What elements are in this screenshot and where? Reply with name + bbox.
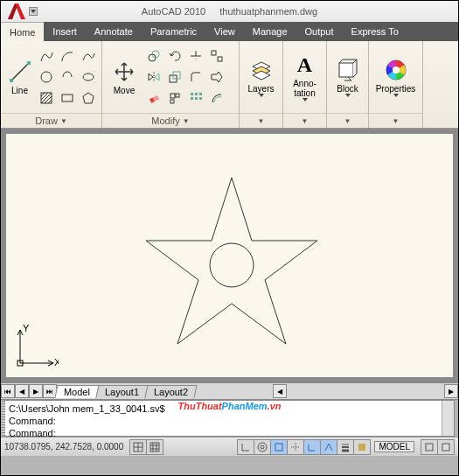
polygon-icon[interactable] [79, 88, 98, 108]
offset-icon[interactable] [207, 88, 226, 108]
svg-marker-7 [83, 93, 94, 103]
ducs-button[interactable] [303, 439, 321, 455]
ortho-button[interactable] [237, 439, 254, 455]
scroll-left[interactable]: ◀ [273, 384, 287, 398]
svg-rect-21 [199, 93, 202, 95]
status-bar: 10738.0795, 242.7528, 0.0000 MODEL [1, 437, 458, 456]
rotate-icon[interactable] [165, 46, 184, 66]
extend-icon[interactable] [207, 46, 226, 66]
panel-layers: Layers ▼ [240, 41, 283, 128]
qp-button[interactable] [353, 439, 371, 455]
ellipse-arc-icon[interactable] [58, 67, 77, 87]
block-button[interactable]: Block [330, 43, 365, 111]
panel-draw: Line Draw▼ [1, 41, 102, 128]
layers-icon [249, 58, 274, 82]
command-prompt: Command: [9, 427, 450, 439]
fillet-icon[interactable] [186, 67, 205, 87]
status-extra-2[interactable] [437, 439, 455, 455]
tab-express[interactable]: Express To [343, 22, 407, 41]
file-name: thuthuatphanmem.dwg [219, 6, 317, 17]
svg-rect-2 [27, 61, 31, 65]
erase-icon[interactable] [144, 88, 163, 108]
grip-icon[interactable] [2, 401, 5, 436]
line-label: Line [11, 86, 28, 95]
mirror-icon[interactable] [144, 67, 163, 87]
svg-point-39 [258, 443, 267, 452]
rectangle-icon[interactable] [58, 88, 77, 108]
panel-layers-drop[interactable]: ▼ [240, 113, 282, 128]
polyline-icon[interactable] [37, 46, 56, 66]
status-extra-1[interactable] [421, 439, 438, 455]
svg-point-3 [41, 72, 52, 82]
osnap-button[interactable] [270, 439, 288, 455]
tab-parametric[interactable]: Parametric [142, 22, 205, 41]
svg-rect-1 [10, 79, 13, 82]
annotation-button[interactable]: A Anno- tation [287, 43, 323, 111]
panel-anno-drop[interactable]: ▼ [283, 113, 326, 128]
svg-rect-25 [339, 63, 353, 77]
command-window[interactable]: C:\Users\John mem_1_33_0041.sv$ Command:… [4, 400, 455, 437]
tab-annotate[interactable]: Annotate [86, 22, 142, 41]
line-icon [8, 60, 32, 84]
tab-output[interactable]: Output [296, 22, 343, 41]
drawing-content [6, 134, 452, 377]
tab-insert[interactable]: Insert [44, 22, 86, 41]
ribbon: Line Draw▼ Move [1, 41, 458, 129]
properties-button[interactable]: Properties [372, 43, 419, 111]
copy-icon[interactable] [144, 46, 163, 66]
panel-draw-title[interactable]: Draw▼ [1, 113, 101, 128]
tab-manage[interactable]: Manage [244, 22, 296, 41]
svg-rect-45 [358, 444, 365, 451]
drawing-canvas[interactable]: Y X [6, 134, 453, 377]
trim-icon[interactable] [186, 46, 205, 66]
move-button[interactable]: Move [106, 43, 143, 111]
lwt-button[interactable] [337, 439, 354, 455]
app-menu-button[interactable] [4, 2, 31, 21]
ellipse-icon[interactable] [79, 67, 98, 87]
chevron-down-icon [259, 94, 264, 97]
hatch-icon[interactable] [37, 88, 56, 108]
tab-nav-next[interactable]: ▶ [29, 384, 43, 398]
tab-layout1[interactable]: Layout1 [95, 385, 148, 398]
panel-block-drop[interactable]: ▼ [327, 113, 368, 128]
explode-icon[interactable] [165, 88, 184, 108]
svg-rect-22 [191, 97, 193, 100]
tab-view[interactable]: View [205, 22, 244, 41]
tab-nav-first[interactable]: ⏮ [1, 384, 15, 398]
svg-point-27 [393, 66, 400, 74]
line-button[interactable]: Line [4, 43, 35, 111]
tab-nav-prev[interactable]: ◀ [15, 384, 29, 398]
array-icon[interactable] [186, 88, 205, 108]
panel-modify-title[interactable]: Modify▼ [102, 113, 239, 128]
tab-model[interactable]: Model [54, 385, 99, 398]
svg-rect-47 [442, 444, 449, 451]
layout-tab-bar: ⏮ ◀ ▶ ⏭ Model Layout1 Layout2 ◀ ▶ [1, 382, 458, 400]
svg-text:Y: Y [23, 325, 30, 333]
layers-button[interactable]: Layers [243, 43, 279, 111]
scroll-right[interactable]: ▶ [444, 384, 458, 398]
annotation-label: Anno- tation [293, 79, 316, 98]
panel-props-drop[interactable]: ▼ [369, 113, 422, 128]
tab-layout2[interactable]: Layout2 [145, 385, 198, 398]
svg-text:X: X [54, 357, 59, 368]
svg-rect-20 [195, 93, 198, 95]
tab-home[interactable]: Home [1, 22, 44, 41]
command-history-line: C:\Users\John mem_1_33_0041.sv$ [9, 402, 450, 415]
scrollbar[interactable] [442, 401, 454, 436]
block-label: Block [337, 84, 358, 94]
panel-modify: Move Modify▼ [102, 41, 240, 128]
scale-icon[interactable] [165, 67, 184, 87]
otrack-button[interactable] [287, 439, 304, 455]
stretch-icon[interactable] [207, 67, 226, 87]
snap-button[interactable] [129, 439, 147, 455]
grid-button[interactable] [146, 439, 163, 455]
circle-icon[interactable] [37, 67, 56, 87]
dyn-button[interactable] [320, 439, 337, 455]
move-icon [112, 60, 136, 84]
arc-icon[interactable] [58, 46, 77, 66]
app-name: AutoCAD 2010 [142, 6, 205, 17]
svg-rect-6 [62, 94, 73, 102]
model-space-button[interactable]: MODEL [374, 441, 414, 452]
spline-icon[interactable] [79, 46, 98, 66]
polar-button[interactable] [254, 439, 271, 455]
